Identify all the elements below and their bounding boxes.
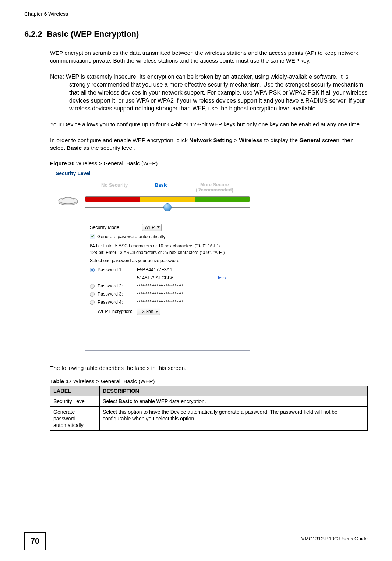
password-3-value: ************************** (137, 292, 208, 297)
hint-select: Select one password as your active passw… (90, 258, 245, 264)
security-mode-select[interactable]: WEP (142, 224, 162, 231)
wep-encryption-select[interactable]: 128-bit (137, 308, 160, 315)
cell-label: Generate password automatically (50, 406, 100, 431)
password-2-value: ************************** (137, 283, 208, 289)
table-header-row: LABEL DESCRIPTION (50, 386, 368, 396)
password-row-1b: 514AF79AFCBB6 less (90, 275, 245, 280)
slider-tick (85, 204, 85, 210)
table-row: Security Level Select Basic to enable WE… (50, 396, 368, 406)
slider-label-basic: Basic (155, 182, 168, 188)
table-title: Wireless > General: Basic (WEP) (72, 378, 155, 384)
section-title: Basic (WEP Encryption) (47, 29, 139, 39)
password-4-value: ************************** (137, 300, 208, 305)
panel-heading: Security Level (56, 170, 91, 176)
less-link[interactable]: less (218, 275, 226, 280)
security-bar (85, 196, 250, 202)
header-description: DESCRIPTION (100, 386, 368, 396)
paragraph-keys: Your Device allows you to configure up t… (50, 121, 368, 128)
text-fragment: to display the (262, 137, 299, 143)
note-paragraph: Note: WEP is extremely insecure. Its enc… (50, 73, 368, 113)
bar-segment-low (85, 197, 140, 202)
password-4-label-cell: Password 4: (90, 300, 137, 305)
table-number: Table 17 (50, 378, 72, 384)
paragraph-nav: In order to configure and enable WEP enc… (50, 137, 368, 152)
running-header: Chapter 6 Wireless (24, 11, 368, 18)
figure-caption: Figure 30 Wireless > General: Basic (WEP… (50, 160, 368, 166)
embedded-screenshot: Security Level No Security Basic More Se… (50, 167, 268, 358)
text-fragment: In order to configure and enable WEP enc… (50, 137, 189, 143)
cell-label: Security Level (50, 396, 100, 406)
generate-auto-row: ✔ Generate password automatically (90, 234, 245, 239)
password-row-4: Password 4: ************************** (90, 300, 245, 305)
figure-title: Wireless > General: Basic (WEP) (75, 160, 158, 166)
password-1-value-line1: F5BB44177F3A1 (137, 267, 208, 272)
password-1-value-line2: 514AF79AFCBB6 (137, 275, 208, 280)
password-row-2: Password 2: ************************** (90, 283, 245, 289)
password-1-label: Password 1: (98, 267, 123, 272)
cell-description: Select Basic to enable WEP data encrypti… (100, 396, 368, 406)
description-table: LABEL DESCRIPTION Security Level Select … (50, 386, 368, 431)
security-mode-label: Security Mode: (90, 225, 142, 230)
password-2-radio[interactable] (90, 284, 95, 289)
cell-description: Select this option to have the Device au… (100, 406, 368, 431)
table-row: Generate password automatically Select t… (50, 406, 368, 431)
nav-term: Basic (67, 145, 82, 151)
header-label: LABEL (50, 386, 100, 396)
page-footer: 70 VMG1312-B10C User's Guide (24, 532, 368, 550)
bold-term: Basic (119, 398, 132, 404)
text-fragment: to enable WEP data encryption. (132, 398, 206, 404)
text-fragment: as the security level. (82, 145, 135, 151)
password-4-label: Password 4: (98, 300, 123, 305)
nav-term: General (299, 137, 321, 143)
bar-segment-mid (140, 197, 195, 202)
chapter-label: Chapter 6 Wireless (24, 11, 68, 17)
section-number: 6.2.2 (24, 29, 42, 39)
bar-segment-high (195, 197, 250, 202)
nav-term: Network Setting (189, 137, 233, 143)
hint-128bit: 128-bit: Enter 13 ASCII characters or 26… (90, 250, 245, 255)
paragraph-intro: WEP encryption scrambles the data transm… (50, 49, 368, 65)
generate-auto-checkbox[interactable]: ✔ (90, 234, 95, 239)
hint-64bit: 64-bit: Enter 5 ASCII characters or 10 h… (90, 243, 245, 249)
select-value: 128-bit (140, 309, 153, 314)
nav-term: Wireless (239, 137, 263, 143)
password-row-1: Password 1: F5BB44177F3A1 (90, 267, 245, 272)
text-fragment: Select (103, 398, 119, 404)
wep-encryption-row: WEP Encryption: 128-bit (90, 308, 245, 315)
table-intro: The following table describes the labels… (50, 365, 368, 371)
router-icon (57, 194, 79, 206)
password-2-label: Password 2: (98, 283, 123, 289)
slider-tick (250, 204, 250, 210)
password-1-label-cell: Password 1: (90, 267, 137, 272)
password-1-radio[interactable] (90, 268, 95, 272)
table-caption: Table 17 Wireless > General: Basic (WEP) (50, 378, 368, 384)
chevron-down-icon (155, 311, 158, 313)
slider-label-none: No Security (101, 182, 128, 188)
password-3-label-cell: Password 3: (90, 292, 137, 297)
security-mode-row: Security Mode: WEP (90, 224, 245, 231)
slider-knob[interactable] (163, 203, 172, 211)
figure-number: Figure 30 (50, 160, 75, 166)
svg-point-1 (59, 198, 78, 204)
wep-encryption-label: WEP Encryption: (90, 309, 137, 314)
generate-auto-label: Generate password automatically (97, 234, 166, 239)
text-fragment: More Secure (200, 182, 229, 187)
password-3-label: Password 3: (98, 292, 123, 297)
select-value: WEP (145, 225, 155, 230)
password-2-label-cell: Password 2: (90, 283, 137, 289)
password-4-radio[interactable] (90, 300, 95, 305)
page-number: 70 (24, 532, 46, 550)
section-heading: 6.2.2 Basic (WEP Encryption) (24, 29, 368, 39)
password-row-3: Password 3: ************************** (90, 292, 245, 297)
password-rows: Password 1: F5BB44177F3A1 514AF79AFCBB6 … (90, 267, 245, 315)
settings-panel: Security Mode: WEP ✔ Generate password a… (85, 219, 250, 351)
guide-name: VMG1312-B10C User's Guide (301, 534, 368, 541)
text-fragment: (Recommended) (196, 187, 233, 193)
password-3-radio[interactable] (90, 292, 95, 297)
text-fragment: > (233, 137, 239, 143)
chevron-down-icon (157, 226, 160, 228)
slider-label-more: More Secure (Recommended) (196, 182, 233, 193)
